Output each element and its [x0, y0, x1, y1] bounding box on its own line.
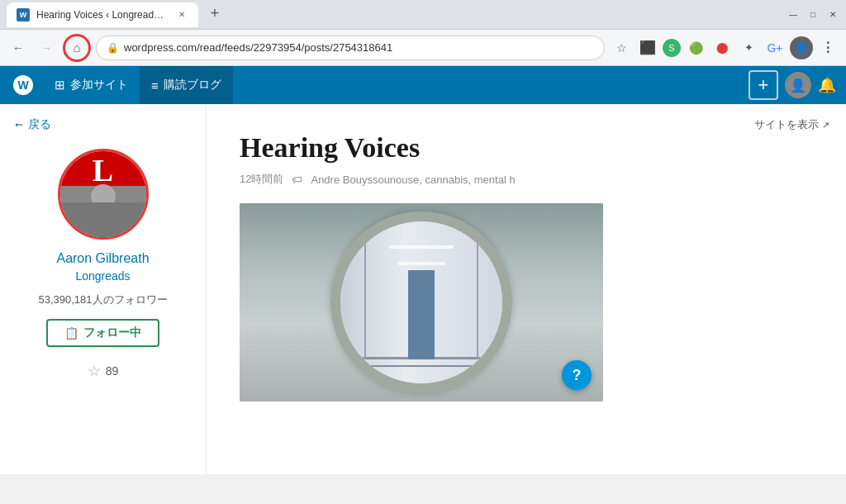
main-content: ← ← 戻る L Aaron Gilbreath Longreads 53,39…	[0, 104, 846, 474]
help-button[interactable]: ?	[562, 360, 592, 390]
address-bar: ← → ⌂ 🔒 wordpress.com/read/feeds/2297395…	[0, 30, 846, 66]
back-button[interactable]: ←	[7, 36, 30, 59]
article-title: Hearing Voices	[240, 132, 813, 164]
article-area: サイトを表示 ↗ Hearing Voices 12時間前 🏷 Andre Bo…	[207, 104, 846, 474]
external-link-icon: ↗	[822, 120, 829, 131]
url-bar[interactable]: 🔒 wordpress.com/read/feeds/22973954/post…	[96, 36, 605, 60]
ext-icon-5[interactable]: ✦	[737, 36, 760, 59]
porthole-image	[330, 212, 512, 393]
wp-nav-join-site[interactable]: ⊞ 参加サイト	[43, 66, 140, 104]
active-tab[interactable]: W Hearing Voices ‹ Longreads ‹ Re... ✕	[7, 2, 198, 27]
more-menu-button[interactable]: ⋮	[816, 36, 839, 59]
new-tab-button[interactable]: +	[203, 2, 226, 26]
avatar-icon: 👤	[790, 78, 806, 93]
article-image: ?	[240, 203, 603, 402]
follow-icon: 📋	[64, 326, 78, 340]
forward-button[interactable]: →	[35, 36, 58, 59]
ext-icon-1[interactable]: ⬛	[636, 36, 659, 59]
tab-close-button[interactable]: ✕	[175, 8, 188, 21]
sidebar: ← ← 戻る L Aaron Gilbreath Longreads 53,39…	[0, 104, 207, 474]
maximize-button[interactable]: □	[806, 8, 820, 21]
wp-user-avatar[interactable]: 👤	[785, 72, 811, 98]
lock-icon: 🔒	[107, 42, 119, 54]
ext-icon-4[interactable]: ⬤	[711, 36, 734, 59]
follow-button[interactable]: 📋 フォロー中	[46, 319, 159, 347]
article-tags: Andre Bouyssounouse, cannabis, mental h	[311, 174, 515, 186]
title-bar: W Hearing Voices ‹ Longreads ‹ Re... ✕ +…	[0, 0, 846, 30]
site-view-link[interactable]: サイトを表示 ↗	[754, 117, 829, 132]
home-button[interactable]: ⌂	[63, 34, 91, 62]
toolbar-icons: ☆ ⬛ S 🟢 ⬤ ✦ G+ 👤 ⋮	[610, 36, 839, 59]
window-controls: — □ ✕	[787, 8, 839, 21]
wp-logo-icon: W	[13, 75, 33, 95]
author-avatar: L	[58, 149, 149, 240]
wp-logo[interactable]: W	[10, 75, 43, 95]
tab-title: Hearing Voices ‹ Longreads ‹ Re...	[36, 9, 169, 21]
blog-name[interactable]: Longreads	[75, 269, 130, 283]
followers-count: 53,390,181人のフォロワー	[38, 292, 167, 307]
avatar-image: L	[60, 151, 146, 237]
stars-count: 89	[106, 364, 119, 378]
bookmark-icon[interactable]: ☆	[610, 36, 633, 59]
ext-icon-6[interactable]: G+	[763, 36, 787, 59]
join-site-label: 参加サイト	[70, 78, 128, 93]
back-label: ← 戻る	[13, 117, 51, 132]
follow-label: フォロー中	[83, 326, 141, 340]
new-post-button[interactable]: +	[749, 70, 778, 100]
close-button[interactable]: ✕	[826, 8, 839, 21]
profile-icon[interactable]: 👤	[790, 36, 813, 59]
wp-top-bar: W ⊞ 参加サイト ≡ 購読ブログ + 👤 🔔	[0, 66, 846, 104]
site-view-label: サイトを表示	[754, 117, 819, 132]
star-icon[interactable]: ☆	[88, 362, 101, 380]
ext-icon-2[interactable]: S	[663, 39, 681, 57]
author-name[interactable]: Aaron Gilbreath	[56, 251, 149, 266]
wp-notifications-bell[interactable]: 🔔	[818, 76, 836, 94]
minimize-button[interactable]: —	[787, 8, 800, 21]
read-blog-label: 購読ブログ	[164, 78, 221, 93]
ext-icon-3[interactable]: 🟢	[684, 36, 707, 59]
time-ago: 12時間前	[240, 172, 283, 187]
back-link[interactable]: ← ← 戻る	[13, 117, 51, 132]
article-meta: 12時間前 🏷 Andre Bouyssounouse, cannabis, m…	[240, 172, 813, 187]
tab-favicon: W	[17, 8, 30, 21]
url-text: wordpress.com/read/feeds/22973954/posts/…	[124, 41, 594, 54]
join-site-icon: ⊞	[55, 78, 65, 93]
tag-icon: 🏷	[292, 174, 302, 186]
stars-row: ☆ 89	[88, 362, 119, 380]
read-blog-icon: ≡	[151, 78, 159, 93]
wp-nav-read-blog[interactable]: ≡ 購読ブログ	[140, 66, 233, 104]
wp-right-controls: + 👤 🔔	[749, 70, 836, 100]
